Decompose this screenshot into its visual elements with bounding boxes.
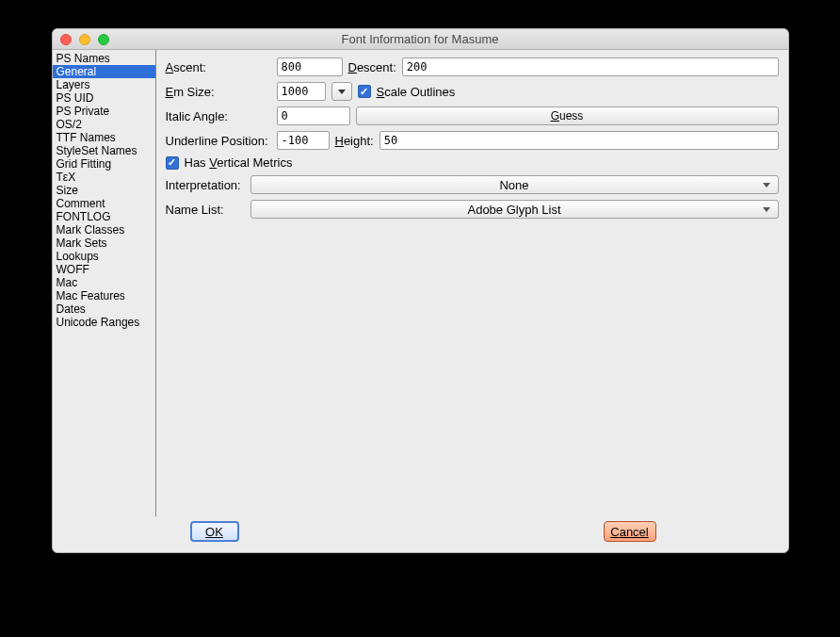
sidebar-item-layers[interactable]: Layers <box>53 78 155 91</box>
minimize-icon[interactable] <box>79 34 90 45</box>
italic-angle-label: Italic Angle: <box>166 109 271 123</box>
em-size-input[interactable] <box>277 82 326 101</box>
scale-outlines-checkbox[interactable] <box>358 85 371 98</box>
height-label: Height: <box>335 134 374 148</box>
vertical-metrics-checkbox[interactable] <box>166 156 179 170</box>
sidebar-item-dates[interactable]: Dates <box>53 302 155 316</box>
interpretation-select[interactable]: None <box>250 175 779 194</box>
sidebar-item-woff[interactable]: WOFF <box>53 263 155 276</box>
sidebar-item-comment[interactable]: Comment <box>53 197 155 210</box>
italic-angle-input[interactable] <box>277 106 350 125</box>
window-controls <box>53 34 109 45</box>
sidebar-item-mark-sets[interactable]: Mark Sets <box>53 237 155 250</box>
sidebar-item-ps-names[interactable]: PS Names <box>53 52 155 65</box>
sidebar-item-mac[interactable]: Mac <box>53 276 155 289</box>
sidebar-item-general[interactable]: General <box>53 65 155 78</box>
window-body: PS NamesGeneralLayersPS UIDPS PrivateOS/… <box>53 50 788 552</box>
main-area: PS NamesGeneralLayersPS UIDPS PrivateOS/… <box>53 50 788 516</box>
sidebar-item-unicode-ranges[interactable]: Unicode Ranges <box>53 316 155 329</box>
sidebar-item-ps-private[interactable]: PS Private <box>53 105 155 118</box>
scale-outlines-label: Scale Outlines <box>377 85 456 99</box>
close-icon[interactable] <box>60 34 72 45</box>
sidebar-item-os-2[interactable]: OS/2 <box>53 118 155 131</box>
height-input[interactable] <box>380 131 779 150</box>
zoom-icon[interactable] <box>98 34 109 45</box>
footer: OK Cancel <box>53 516 788 552</box>
sidebar: PS NamesGeneralLayersPS UIDPS PrivateOS/… <box>53 50 156 516</box>
sidebar-item-t-x[interactable]: TεX <box>53 171 155 184</box>
sidebar-item-styleset-names[interactable]: StyleSet Names <box>53 144 155 157</box>
check-icon <box>168 157 176 168</box>
interpretation-value: None <box>499 178 528 192</box>
chevron-down-icon <box>763 183 770 188</box>
sidebar-item-lookups[interactable]: Lookups <box>53 250 155 263</box>
em-size-dropdown[interactable] <box>331 82 352 101</box>
sidebar-item-ttf-names[interactable]: TTF Names <box>53 131 155 144</box>
sidebar-item-mac-features[interactable]: Mac Features <box>53 289 155 302</box>
chevron-down-icon <box>338 90 346 94</box>
sidebar-item-mark-classes[interactable]: Mark Classes <box>53 223 155 237</box>
ok-button[interactable]: OK <box>190 521 239 542</box>
font-info-window: Font Information for Masume PS NamesGene… <box>52 28 789 553</box>
interpretation-label: Interpretation: <box>166 178 245 192</box>
chevron-down-icon <box>763 207 770 212</box>
sidebar-item-size[interactable]: Size <box>53 184 155 197</box>
titlebar: Font Information for Masume <box>53 29 788 50</box>
name-list-label: Name List: <box>166 203 245 217</box>
window-title: Font Information for Masume <box>53 32 788 46</box>
descent-input[interactable] <box>402 57 779 76</box>
name-list-select[interactable]: Adobe Glyph List <box>250 200 779 219</box>
em-size-label: Em Size: <box>166 85 271 99</box>
vertical-metrics-label: Has Vertical Metrics <box>185 155 293 170</box>
sidebar-item-ps-uid[interactable]: PS UID <box>53 91 155 105</box>
ascent-label: Ascent: <box>166 60 271 74</box>
content-panel: Ascent: Descent: Em Size: Scale Outlines… <box>156 50 788 516</box>
underline-position-input[interactable] <box>277 131 330 150</box>
sidebar-item-fontlog[interactable]: FONTLOG <box>53 210 155 223</box>
ascent-input[interactable] <box>277 57 343 76</box>
guess-button[interactable]: Guess <box>356 106 779 125</box>
descent-label: Descent: <box>348 60 396 74</box>
underline-position-label: Underline Position: <box>166 134 271 148</box>
check-icon <box>360 87 368 97</box>
cancel-button[interactable]: Cancel <box>604 521 656 542</box>
name-list-value: Adobe Glyph List <box>467 203 560 217</box>
sidebar-item-grid-fitting[interactable]: Grid Fitting <box>53 157 155 171</box>
